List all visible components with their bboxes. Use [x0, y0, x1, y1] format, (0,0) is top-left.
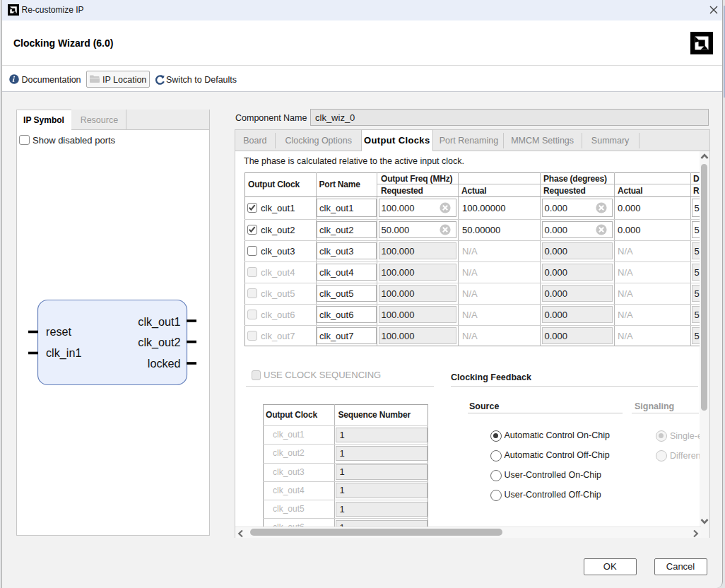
svg-text:clk_in1: clk_in1	[46, 346, 81, 360]
svg-text:reset: reset	[46, 325, 71, 338]
svg-text:clk_out2: clk_out2	[138, 336, 180, 349]
svg-text:clk_out1: clk_out1	[138, 315, 180, 329]
svg-text:locked: locked	[148, 357, 181, 370]
